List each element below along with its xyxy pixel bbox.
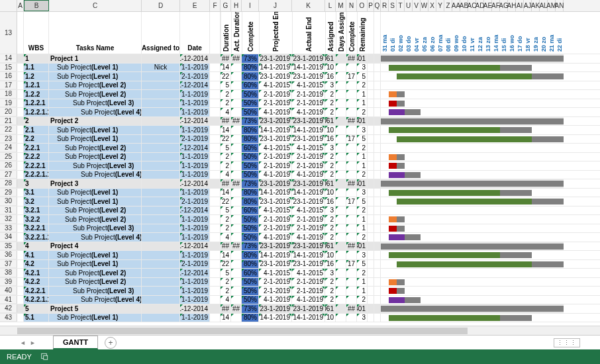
cell[interactable]: 1-1-2019 [180,189,210,197]
cell[interactable]: Sub Project (Level 1) [49,72,142,81]
cell[interactable] [336,206,346,215]
col-header-AN[interactable]: AN [556,0,564,11]
cell[interactable] [336,153,346,161]
table-row[interactable]: 313.2.1Sub Project (Level 2)31-12-201456… [0,206,600,216]
col-header-T[interactable]: T [397,0,405,11]
cell[interactable]: 1-1-2019 [180,64,210,72]
cell[interactable] [368,72,374,81]
row-number[interactable]: 21 [0,117,17,126]
cell[interactable]: 50% [242,233,259,242]
cell[interactable]: ## [346,117,357,126]
header-cell[interactable]: 01 di [389,12,397,54]
cell[interactable] [336,126,346,134]
cell[interactable]: 5 [357,135,368,144]
row-number[interactable]: 20 [0,108,17,116]
cell[interactable]: 2 [357,296,368,304]
cell[interactable] [368,233,374,242]
cell[interactable]: 1 [357,153,368,161]
cell[interactable] [346,287,357,295]
cell[interactable] [142,153,180,161]
cell[interactable] [210,108,221,116]
cell[interactable]: 2 [357,206,368,215]
cell[interactable]: 10 [325,251,336,259]
row-number[interactable]: 15 [0,64,17,72]
cell[interactable]: 2 [325,224,336,233]
cell[interactable]: Sub Project (Level 3) [49,224,142,233]
cell[interactable]: ## [346,179,357,188]
table-row[interactable]: 354Project 431-12-2014####73%23-1-201923… [0,242,600,251]
header-cell[interactable]: 03 do [405,12,413,54]
cell[interactable]: 23-1-2019 [292,179,325,188]
cell[interactable]: 14 [221,64,231,72]
cell[interactable] [231,224,242,233]
cell[interactable] [210,314,221,322]
col-header-B[interactable]: B [24,0,49,11]
cell[interactable]: 4.1 [24,251,49,259]
cell[interactable]: 2 [221,287,231,295]
cell[interactable]: 14-1-2019 [259,189,292,197]
cell[interactable]: 1-1-2019 [180,126,210,134]
cell[interactable]: ## [221,54,231,63]
cell[interactable]: 2 [325,278,336,287]
cell[interactable]: 3 [357,64,368,72]
cell[interactable]: 1 [24,54,49,63]
cell[interactable] [142,215,180,224]
cell[interactable]: 16 [325,72,336,81]
cell[interactable]: 2.2.2.1 [24,161,49,170]
cell[interactable]: 31-12-2014 [180,144,210,152]
cell[interactable]: 14-1-2019 [292,126,325,134]
table-row[interactable]: 404.2.2.1Sub Project (Level 3)1-1-201925… [0,287,600,296]
cell[interactable]: 2 [221,153,231,161]
cell[interactable]: 2-1-2019 [292,215,325,224]
cell[interactable]: 1061 [325,54,336,63]
row-number[interactable]: 24 [0,144,17,152]
tab-nav-arrows[interactable]: ◄ ► [20,340,53,346]
cell[interactable]: 2 [325,296,336,304]
cell[interactable]: 3 [357,314,368,322]
header-cell[interactable] [368,12,374,54]
cell[interactable]: Sub Project (Level 2) [49,81,142,90]
row-number[interactable]: 30 [0,197,17,206]
table-row[interactable]: 293.1Sub Project (Level 1)1-1-20191480%1… [0,189,600,198]
cell[interactable] [374,197,381,206]
cell[interactable]: 60% [242,81,259,90]
cell[interactable]: 23-1-2019 [259,304,292,313]
row-number[interactable]: 22 [0,126,17,134]
cell[interactable] [231,287,242,295]
cell[interactable]: 2-1-2019 [292,287,325,295]
cell[interactable] [210,224,221,233]
cell[interactable]: Sub Project (Level 4) [49,296,142,304]
cell[interactable]: 50% [242,108,259,116]
cell[interactable]: 14-1-2019 [292,64,325,72]
cell[interactable]: 2 [221,90,231,99]
cell[interactable]: 4-1-2015 [292,144,325,152]
header-cell[interactable]: 05 za [421,12,428,54]
header-cell[interactable]: Assigned to [142,12,180,54]
cell[interactable]: 23-1-2019 [292,54,325,63]
cell[interactable] [231,161,242,170]
cell[interactable] [210,242,221,251]
cell[interactable]: 2-1-2019 [292,99,325,108]
cell[interactable]: 5 [24,304,49,313]
cell[interactable] [346,81,357,90]
cell[interactable]: 1 [357,161,368,170]
row-number[interactable]: 29 [0,189,17,197]
cell[interactable]: 73% [242,179,259,188]
row-number[interactable]: 14 [0,54,17,63]
cell[interactable]: 31-12-2014 [180,117,210,126]
horizontal-scrollbar[interactable] [0,326,600,335]
col-header-E[interactable]: E [180,0,210,11]
cell[interactable]: 31-12-2014 [180,269,210,277]
cell[interactable]: Sub Project (Level 2) [49,153,142,161]
cell[interactable] [368,144,374,152]
table-row[interactable]: 374.2Sub Project (Level 1)2-1-20192280%2… [0,260,600,269]
cell[interactable] [210,72,221,81]
header-cell[interactable]: 14 ma [492,12,500,54]
cell[interactable] [142,90,180,99]
table-row[interactable]: 343.2.2.1.1Sub Project (Level 4)1-1-2019… [0,233,600,242]
cell[interactable]: 2 [221,161,231,170]
cell[interactable]: 23-1-2019 [259,135,292,144]
cell[interactable]: Sub Project (Level 3) [49,99,142,108]
cell[interactable]: 5 [357,197,368,206]
cell[interactable]: 4.2.1 [24,269,49,277]
